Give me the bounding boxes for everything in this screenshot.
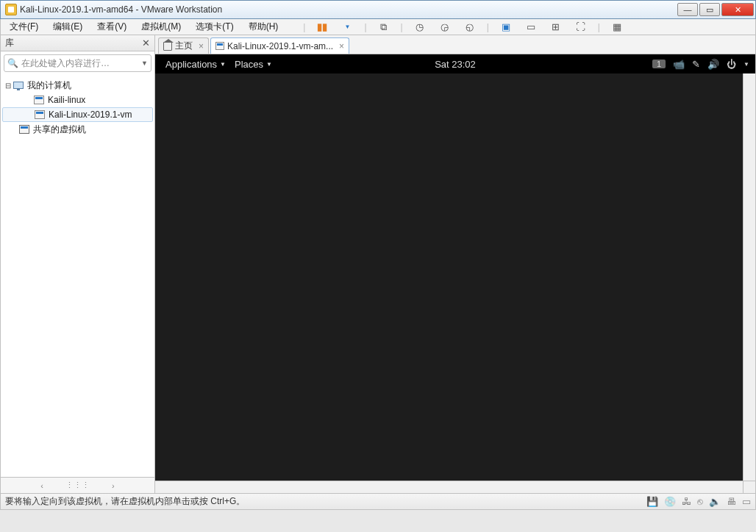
search-dropdown-icon[interactable]: ▼ <box>141 60 148 67</box>
lib-nav-grip-icon[interactable]: ⋮⋮⋮ <box>65 481 90 490</box>
tree-root-my-computer[interactable]: ⊟ 我的计算机 <box>1 78 154 93</box>
gnome-places-menu[interactable]: Places ▼ <box>230 59 277 70</box>
toolbar-revert-icon[interactable]: ◶ <box>437 19 453 35</box>
search-placeholder: 在此处键入内容进行… <box>21 57 141 70</box>
tree-shared-vms[interactable]: 共享的虚拟机 <box>1 122 154 137</box>
power-icon[interactable]: ⏻ <box>727 59 736 70</box>
status-disk-icon[interactable]: 💾 <box>646 496 658 507</box>
settings-icon[interactable]: ✎ <box>692 59 700 70</box>
toolbar-console-icon[interactable]: ⊞ <box>548 19 564 35</box>
gnome-clock[interactable]: Sat 23:02 <box>435 59 476 70</box>
tree-expand-icon[interactable]: ⊟ <box>4 82 13 90</box>
library-bottom-bar: ‹ ⋮⋮⋮ › <box>1 477 154 493</box>
vm-tabstrip: 主页 × Kali-Linux-2019.1-vm-am... × <box>155 35 755 54</box>
tab-close-icon[interactable]: × <box>199 41 204 51</box>
lib-nav-next-icon[interactable]: › <box>112 481 115 490</box>
vm-icon <box>215 42 224 50</box>
gnome-places-label: Places <box>235 59 263 70</box>
tab-kali-vm[interactable]: Kali-Linux-2019.1-vm-am... × <box>210 37 349 54</box>
toolbar-unity-icon[interactable]: ▭ <box>523 19 539 35</box>
menu-bar: 文件(F) 编辑(E) 查看(V) 虚拟机(M) 选项卡(T) 帮助(H) | … <box>0 19 756 35</box>
tree-root-label: 我的计算机 <box>27 79 71 92</box>
camera-icon[interactable]: 📹 <box>673 59 685 70</box>
toolbar-dropdown-icon[interactable]: ▼ <box>339 19 355 35</box>
toolbar-screens-icon[interactable]: ⧉ <box>376 19 392 35</box>
library-header: 库 ✕ <box>1 35 154 51</box>
search-icon: 🔍 <box>7 58 18 68</box>
window-title: Kali-Linux-2019.1-vm-amd64 - VMware Work… <box>20 4 222 15</box>
menu-edit[interactable]: 编辑(E) <box>50 19 85 35</box>
menu-help[interactable]: 帮助(H) <box>246 19 282 35</box>
vm-area: 主页 × Kali-Linux-2019.1-vm-am... × Applic… <box>155 35 755 493</box>
toolbar-fullscreen-icon[interactable]: ▣ <box>498 19 514 35</box>
tree-item-kali-2019[interactable]: Kali-Linux-2019.1-vm <box>2 107 153 122</box>
library-close-icon[interactable]: ✕ <box>142 37 150 48</box>
vm-screen[interactable]: Applications ▼ Places ▼ Sat 23:02 1 📹 ✎ … <box>155 54 755 73</box>
toolbar-manage-icon[interactable]: ◵ <box>462 19 478 35</box>
library-search-input[interactable]: 🔍 在此处键入内容进行… ▼ <box>4 54 151 72</box>
vm-icon <box>35 110 45 119</box>
chevron-down-icon[interactable]: ▼ <box>743 61 749 68</box>
tree-shared-label: 共享的虚拟机 <box>33 123 86 136</box>
vm-scrollbar-horizontal[interactable] <box>155 481 743 493</box>
tree-item-kaili-linux[interactable]: Kaili-linux <box>1 93 154 107</box>
vm-icon <box>34 96 44 104</box>
status-usb-icon[interactable]: ⎋ <box>697 496 703 507</box>
library-title: 库 <box>5 37 14 49</box>
tab-home[interactable]: 主页 × <box>158 37 209 54</box>
window-titlebar: Kali-Linux-2019.1-vm-amd64 - VMware Work… <box>0 0 756 19</box>
library-panel: 库 ✕ 🔍 在此处键入内容进行… ▼ ⊟ 我的计算机 Kaili-linux K… <box>1 35 155 493</box>
tab-close-icon[interactable]: × <box>339 41 344 51</box>
toolbar-snapshot-icon[interactable]: ◷ <box>412 19 428 35</box>
window-maximize-button[interactable]: ▭ <box>699 3 720 16</box>
status-cd-icon[interactable]: 💿 <box>664 496 676 507</box>
tab-home-label: 主页 <box>175 40 193 52</box>
shared-icon <box>19 125 29 134</box>
status-net-icon[interactable]: 🖧 <box>682 496 691 507</box>
status-display-icon[interactable]: ▭ <box>742 496 751 507</box>
vm-scrollbar-corner <box>743 481 755 493</box>
gnome-applications-menu[interactable]: Applications ▼ <box>161 59 230 70</box>
toolbar-stretch-icon[interactable]: ⛶ <box>573 19 589 35</box>
chevron-down-icon: ▼ <box>266 61 272 68</box>
vm-scrollbar-vertical[interactable] <box>743 73 755 481</box>
toolbar-pause-icon[interactable]: ▮▮ <box>314 19 330 35</box>
chevron-down-icon: ▼ <box>220 61 226 68</box>
gnome-applications-label: Applications <box>165 59 217 70</box>
status-text: 要将输入定向到该虚拟机，请在虚拟机内部单击或按 Ctrl+G。 <box>5 495 245 508</box>
computer-icon <box>13 82 24 89</box>
status-sound-icon[interactable]: 🔈 <box>709 496 721 507</box>
toolbar-library-icon[interactable]: ▦ <box>609 19 625 35</box>
home-icon <box>163 42 172 51</box>
library-tree: ⊟ 我的计算机 Kaili-linux Kali-Linux-2019.1-vm… <box>1 75 154 477</box>
status-printer-icon[interactable]: 🖶 <box>727 496 736 507</box>
tab-vm-label: Kali-Linux-2019.1-vm-am... <box>227 41 333 51</box>
lib-nav-prev-icon[interactable]: ‹ <box>40 481 43 490</box>
gnome-top-bar: Applications ▼ Places ▼ Sat 23:02 1 📹 ✎ … <box>155 54 755 73</box>
vmware-app-icon <box>5 4 17 15</box>
window-minimize-button[interactable]: — <box>677 3 698 16</box>
menu-tabs[interactable]: 选项卡(T) <box>193 19 236 35</box>
menu-view[interactable]: 查看(V) <box>94 19 129 35</box>
tree-item-label: Kali-Linux-2019.1-vm <box>49 109 132 120</box>
menu-file[interactable]: 文件(F) <box>7 19 41 35</box>
volume-icon[interactable]: 🔊 <box>707 59 719 70</box>
gnome-workspace-indicator[interactable]: 1 <box>652 60 666 68</box>
window-close-button[interactable]: ✕ <box>721 3 754 16</box>
status-bar: 要将输入定向到该虚拟机，请在虚拟机内部单击或按 Ctrl+G。 💾 💿 🖧 ⎋ … <box>0 494 756 510</box>
tree-item-label: Kaili-linux <box>48 95 85 105</box>
menu-vm[interactable]: 虚拟机(M) <box>138 19 184 35</box>
